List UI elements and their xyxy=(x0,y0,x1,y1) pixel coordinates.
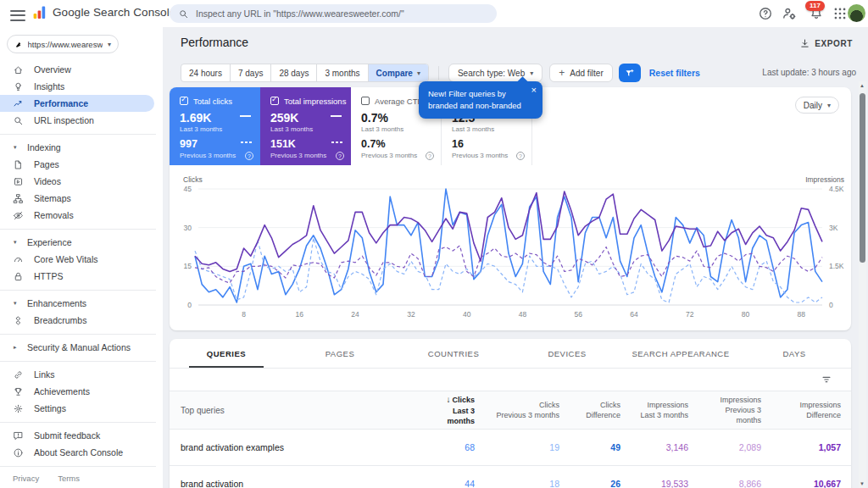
export-button[interactable]: EXPORT xyxy=(799,38,853,49)
svg-text:3K: 3K xyxy=(829,224,838,232)
user-avatar[interactable] xyxy=(848,4,865,22)
footer-link-terms[interactable]: Terms xyxy=(58,474,80,483)
help-icon[interactable]: ? xyxy=(516,152,525,160)
property-selector[interactable]: https://www.weareswe... ▾ xyxy=(7,35,119,53)
metric-label: Total impressions xyxy=(284,97,346,106)
help-icon[interactable]: ? xyxy=(336,152,344,160)
svg-text:0: 0 xyxy=(187,301,192,309)
compare-button[interactable]: Compare▾ xyxy=(369,64,428,81)
last-update-text: Last update: 3 hours ago xyxy=(762,68,856,77)
sidebar-item-achievements[interactable]: Achievements xyxy=(0,383,154,400)
metric-checkbox[interactable] xyxy=(361,97,370,105)
user-settings-icon[interactable] xyxy=(782,6,797,21)
sidebar-item-https[interactable]: HTTPS xyxy=(0,268,154,285)
column-header-clicks-previous-3-months[interactable]: ClicksPrevious 3 months xyxy=(485,400,570,420)
table-row[interactable]: brand activation examples6819493,1462,08… xyxy=(170,430,851,466)
date-range-7-days[interactable]: 7 days xyxy=(231,64,271,81)
url-inspect-searchbox[interactable] xyxy=(170,4,497,23)
column-header-clicks-difference[interactable]: ClicksDifference xyxy=(570,400,631,420)
table-row[interactable]: brand activation44182619,5338,86610,667 xyxy=(170,466,851,488)
add-filter-button[interactable]: + Add filter xyxy=(549,64,612,82)
sidebar-item-core-web-vitals[interactable]: Core Web Vitals xyxy=(0,251,154,268)
url-inspect-input[interactable] xyxy=(196,8,488,19)
eyeoff-icon xyxy=(13,210,24,221)
sidebar-item-links[interactable]: Links xyxy=(0,366,154,383)
value-cell: 19,533 xyxy=(631,479,698,488)
scroll-down-arrow[interactable]: ▼ xyxy=(860,481,865,486)
notification-badge: 117 xyxy=(805,1,825,11)
tab-pages[interactable]: PAGES xyxy=(283,339,397,368)
metric-last-caption: Last 3 months xyxy=(180,125,252,133)
help-icon[interactable]: ? xyxy=(426,152,434,160)
sidebar: https://www.weareswe... ▾ OverviewInsigh… xyxy=(0,27,163,488)
timeseries-chart: ClicksImpressions00151.5K303K454.5K81624… xyxy=(170,174,851,328)
metric-checkbox[interactable] xyxy=(270,97,279,105)
sidebar-item-pages[interactable]: Pages xyxy=(0,156,154,173)
tab-devices[interactable]: DEVICES xyxy=(510,339,624,368)
sidebar-item-insights[interactable]: Insights xyxy=(0,78,154,95)
sidebar-item-submit-feedback[interactable]: Submit feedback xyxy=(0,427,154,444)
plus-icon: + xyxy=(559,67,565,79)
granularity-select[interactable]: Daily ▾ xyxy=(795,97,839,114)
sidebar-item-breadcrumbs[interactable]: Breadcrumbs xyxy=(0,312,154,329)
svg-text:Clicks: Clicks xyxy=(183,175,203,184)
hamburger-menu-icon[interactable] xyxy=(10,7,25,19)
sidebar-item-videos[interactable]: Videos xyxy=(0,173,154,190)
tab-countries[interactable]: COUNTRIES xyxy=(397,339,510,368)
sidebar-section-indexing[interactable]: ▾Indexing xyxy=(0,139,163,156)
table-filter-icon[interactable] xyxy=(821,374,832,385)
sidebar-item-settings[interactable]: Settings xyxy=(0,400,154,417)
footer-link-privacy[interactable]: Privacy xyxy=(13,474,39,483)
sidebar-section-security-manual-actions[interactable]: ▸Security & Manual Actions xyxy=(0,339,163,356)
date-range-3-months[interactable]: 3 months xyxy=(317,64,368,81)
funnel-plus-icon xyxy=(624,68,635,79)
vertical-scrollbar[interactable]: ▲ ▼ xyxy=(859,81,866,488)
metric-checkbox[interactable] xyxy=(180,97,188,105)
column-header-clicks-last-3-months[interactable]: ↓ClicksLast 3 months xyxy=(428,394,485,426)
column-header-impressions-last-3-months[interactable]: ImpressionsLast 3 months xyxy=(631,400,698,420)
column-header-impressions-previous-3-months[interactable]: ImpressionsPrevious 3 months xyxy=(698,395,771,425)
help-icon[interactable] xyxy=(758,6,773,21)
chevron-right-icon: ▸ xyxy=(14,344,20,351)
apps-grid-icon[interactable] xyxy=(832,6,848,21)
sidebar-section-experience[interactable]: ▾Experience xyxy=(0,234,163,251)
sidebar-divider xyxy=(0,129,163,139)
reset-filters-link[interactable]: Reset filters xyxy=(649,68,700,78)
column-header-impressions-difference[interactable]: ImpressionsDifference xyxy=(771,400,851,420)
performance-chart-panel: Total clicks 1.69K Last 3 months 997 Pre… xyxy=(170,87,851,330)
sidebar-item-sitemaps[interactable]: Sitemaps xyxy=(0,190,154,207)
table-row-header[interactable]: Top queries xyxy=(181,406,428,415)
query-cell[interactable]: brand activation examples xyxy=(181,442,428,452)
sidebar-divider xyxy=(0,224,163,234)
bulb-icon xyxy=(13,81,24,92)
scrollbar-thumb[interactable] xyxy=(860,93,865,263)
search-type-filter[interactable]: Search type: Web ▾ xyxy=(448,64,542,82)
tab-days[interactable]: DAYS xyxy=(737,339,851,368)
date-range-28-days[interactable]: 28 days xyxy=(271,64,317,81)
metric-card-total-clicks[interactable]: Total clicks 1.69K Last 3 months 997 Pre… xyxy=(170,87,260,165)
value-cell: 18 xyxy=(485,479,570,488)
sidebar-section-enhancements[interactable]: ▾Enhancements xyxy=(0,295,163,312)
date-range-24-hours[interactable]: 24 hours xyxy=(181,64,231,81)
value-cell: 49 xyxy=(570,442,631,452)
sidebar-item-url-inspection[interactable]: URL inspection xyxy=(0,112,154,129)
scroll-up-arrow[interactable]: ▲ xyxy=(860,83,865,88)
tab-queries[interactable]: QUERIES xyxy=(170,339,283,368)
svg-text:32: 32 xyxy=(407,310,415,319)
metric-label: Total clicks xyxy=(193,97,232,106)
close-icon[interactable]: × xyxy=(531,86,537,95)
query-cell[interactable]: brand activation xyxy=(181,479,428,488)
metric-card-total-impressions[interactable]: Total impressions 259K Last 3 months 151… xyxy=(260,87,351,165)
chevron-down-icon: ▾ xyxy=(14,239,20,246)
app-title: Google Search Console xyxy=(53,6,175,19)
sidebar-divider xyxy=(0,461,163,471)
sidebar-item-removals[interactable]: Removals xyxy=(0,207,154,224)
sidebar-item-performance[interactable]: Performance xyxy=(0,95,154,112)
sidebar-item-about-search-console[interactable]: About Search Console xyxy=(0,444,154,461)
help-icon[interactable]: ? xyxy=(245,152,253,160)
branded-filter-button[interactable] xyxy=(619,64,641,82)
notifications-bell[interactable]: 117 xyxy=(809,6,824,21)
app-logo: Google Search Console xyxy=(32,5,175,19)
sidebar-item-overview[interactable]: Overview xyxy=(0,61,154,78)
tab-search-appearance[interactable]: SEARCH APPEARANCE xyxy=(624,339,737,368)
